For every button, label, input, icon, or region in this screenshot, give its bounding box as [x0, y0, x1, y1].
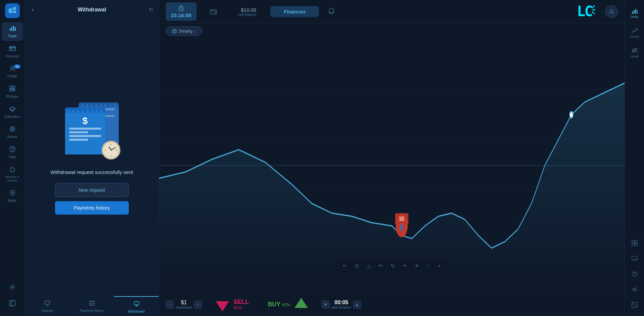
sidebar-item-trade[interactable]: Trade	[2, 22, 23, 41]
user-avatar[interactable]	[605, 5, 618, 18]
refresh-tool[interactable]: ↻	[389, 262, 396, 270]
plus-icon: +	[197, 302, 199, 307]
chart-area[interactable]: 👤 $$$ ↩ ⊡ △ ✏ ↻ ✂ ✕ − +	[159, 39, 625, 292]
right-nav-chat[interactable]	[626, 252, 643, 266]
sidebar-item-apps[interactable]: 89 Apps	[2, 83, 23, 101]
right-nav-expand[interactable]	[626, 298, 643, 312]
svg-point-22	[11, 286, 13, 288]
invest-minus-button[interactable]: −	[166, 301, 174, 309]
payment-history-tab-label: Payment history	[80, 309, 104, 313]
triangle-tool[interactable]: △	[366, 262, 372, 270]
frame-tool[interactable]: ⊡	[354, 262, 360, 270]
svg-rect-33	[134, 302, 139, 305]
right-nav-sound[interactable]	[626, 282, 643, 297]
right-nav-help[interactable]	[626, 267, 643, 281]
right-nav-grid[interactable]	[626, 236, 643, 250]
sidebar-item-settings[interactable]	[2, 281, 23, 296]
invest-value: $1 investment	[176, 300, 192, 309]
right-nav-social[interactable]: Social	[626, 44, 643, 62]
assets-label: Assets	[7, 135, 17, 139]
chat-icon	[632, 256, 638, 262]
trading-bar: − $1 investment + SELL 82% BUY 82	[159, 292, 625, 316]
balance-label: real balance ↓	[238, 13, 259, 16]
zoom-out-tool[interactable]: −	[426, 262, 431, 270]
svg-rect-55	[634, 10, 635, 14]
expand-icon	[632, 302, 638, 308]
payment-history-icon	[89, 300, 95, 308]
sidebar-item-become-partner[interactable]: Become aPartner	[2, 163, 23, 185]
right-nav-deals[interactable]: Deals	[626, 4, 643, 22]
success-message: Withdrawal request successfully sent	[51, 169, 133, 175]
chart-container: 👤 $$$	[159, 39, 625, 292]
withdrawal-tab-label: Withdrawal	[128, 310, 145, 313]
svg-text:$$$: $$$	[399, 216, 404, 222]
sidebar-item-finances[interactable]: Finances	[2, 42, 23, 61]
panel-refresh-button[interactable]: ↻	[149, 6, 153, 13]
zoom-in-tool[interactable]: +	[437, 262, 442, 270]
svg-point-20	[12, 150, 13, 151]
new-request-button[interactable]: New request	[55, 183, 129, 197]
withdrawal-tab[interactable]: Withdrawal	[114, 296, 159, 316]
pen-tool[interactable]: ✏	[377, 262, 384, 270]
left-sidebar: Trade Finances 11 Profile	[0, 0, 25, 316]
sidebar-item-collapse[interactable]	[2, 297, 23, 312]
duration-label: deal duration	[332, 306, 351, 309]
close-tool[interactable]: ✕	[414, 262, 420, 270]
buy-arrow-icon	[293, 296, 310, 313]
collapse-icon	[9, 300, 16, 308]
sell-button[interactable]: SELL 82%	[207, 294, 256, 316]
invest-amount: $1	[181, 300, 187, 306]
duration-up-button[interactable]: ▲	[353, 301, 361, 309]
sidebar-item-assets[interactable]: Assets	[2, 123, 23, 142]
sidebar-item-help[interactable]: Help	[2, 143, 23, 162]
scissors-tool[interactable]: ✂	[401, 262, 408, 270]
undo-tool[interactable]: ↩	[341, 262, 348, 270]
panel-back-button[interactable]: ‹	[30, 5, 35, 14]
duration-down-button[interactable]: ▼	[322, 301, 330, 309]
profile-label: Profile	[7, 75, 17, 79]
receipt-line-4	[69, 139, 89, 141]
svg-rect-67	[632, 302, 637, 308]
sell-pct: 82%	[233, 306, 249, 310]
svg-rect-36	[210, 10, 216, 14]
smarty-row: Smarty ↓	[159, 24, 625, 39]
panel-content: $	[25, 19, 159, 296]
svg-rect-3	[10, 28, 11, 31]
sell-arrow-icon	[214, 296, 231, 313]
svg-point-17	[10, 127, 15, 131]
buy-button[interactable]: BUY 82%	[261, 294, 316, 316]
balance-tab[interactable]: $10.00 real balance ↓	[230, 4, 267, 19]
battle-icon	[9, 189, 16, 198]
timer-tab[interactable]: 23:16:58	[166, 2, 197, 21]
app-logo[interactable]	[5, 3, 20, 18]
svg-marker-52	[216, 301, 229, 311]
finances-nav-tab[interactable]: Finances	[270, 6, 319, 17]
invest-plus-button[interactable]: +	[194, 301, 202, 309]
sidebar-item-battle[interactable]: Battle	[2, 187, 23, 206]
sell-text: SELL 82%	[233, 299, 249, 310]
battle-label: Battle	[8, 199, 17, 203]
smarty-button[interactable]: Smarty ↓	[166, 26, 202, 36]
notification-tab[interactable]	[322, 4, 340, 19]
brand-logo: LC	[576, 1, 596, 22]
sidebar-item-profile[interactable]: 11 Profile	[2, 62, 23, 81]
duration-down-icon: ▼	[323, 302, 328, 307]
svg-rect-25	[45, 301, 50, 304]
right-nav-trends[interactable]: Trends	[626, 24, 643, 42]
trade-label: Trade	[8, 34, 17, 38]
finances-icon	[9, 45, 16, 53]
wallet-tab[interactable]	[200, 5, 227, 18]
deposit-tab[interactable]: Deposit	[25, 296, 69, 316]
deals-icon	[632, 8, 638, 14]
deals-label: Deals	[631, 15, 638, 18]
main-content: 23:16:58 $10.00 real balance ↓ Finances	[159, 0, 625, 316]
svg-rect-62	[632, 243, 634, 246]
sidebar-item-education[interactable]: Education	[2, 103, 23, 122]
svg-point-66	[634, 275, 635, 276]
svg-text:LC: LC	[577, 3, 592, 19]
payment-history-tab[interactable]: Payment history	[69, 296, 114, 316]
invest-label: investment	[176, 306, 192, 309]
deposit-icon	[44, 300, 50, 308]
payments-history-button[interactable]: Payments history	[55, 201, 129, 215]
education-label: Education	[5, 115, 19, 119]
